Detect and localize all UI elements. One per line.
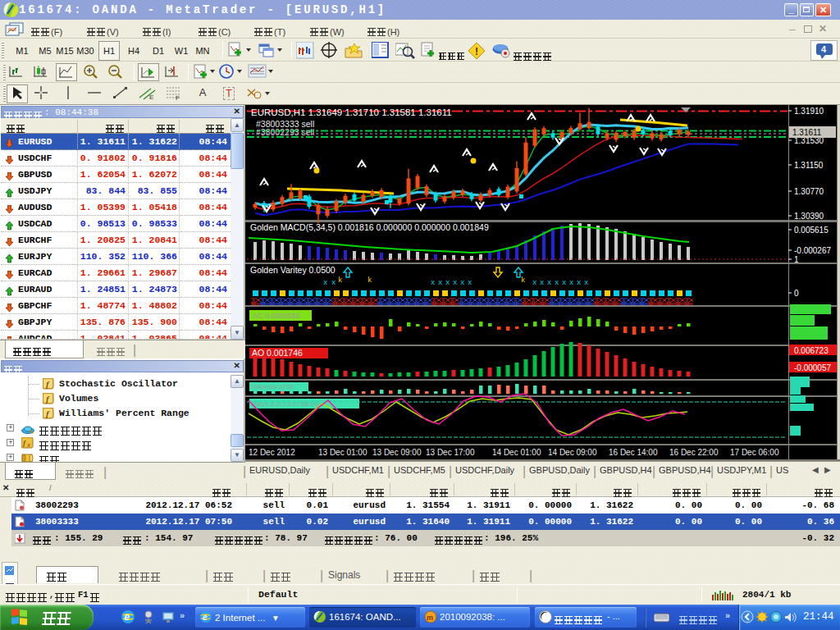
svg-text:x: x: [445, 279, 450, 287]
svg-text:0.006723: 0.006723: [794, 346, 829, 355]
svg-text:AO 0.001746: AO 0.001746: [252, 348, 303, 358]
svg-text:13 Dec 17:00: 13 Dec 17:00: [426, 448, 475, 457]
svg-text:-0.000057: -0.000057: [794, 363, 831, 372]
svg-text:1.31150: 1.31150: [794, 161, 824, 170]
svg-text:4: 4: [821, 44, 827, 54]
svg-text:k: k: [521, 276, 525, 285]
svg-text:E: E: [149, 94, 153, 101]
svg-text:x: x: [323, 279, 327, 287]
svg-text:x: x: [562, 279, 566, 287]
svg-text:x: x: [547, 279, 551, 287]
svg-text:x: x: [460, 279, 464, 287]
svg-text:Golden MACD(5,34,5) 0.001816 0: Golden MACD(5,34,5) 0.001816 0.000000 0.…: [250, 222, 489, 232]
svg-text:14 Dec 01:00: 14 Dec 01:00: [492, 448, 541, 457]
svg-text:x: x: [468, 279, 472, 287]
svg-text:x: x: [431, 279, 435, 287]
svg-text:x: x: [532, 279, 536, 287]
svg-text:#38002293 sell: #38002293 sell: [256, 127, 314, 137]
svg-text:m: m: [427, 614, 433, 622]
svg-text:!: !: [475, 46, 478, 57]
svg-text:EURUSD,H1 1.31649 1.31710 1.31: EURUSD,H1 1.31649 1.31710 1.31581 1.3161…: [251, 107, 452, 117]
svg-text:Sto(9,3,3) 73.97 66.09: Sto(9,3,3) 73.97 66.09: [253, 400, 318, 408]
svg-text:16 Dec 14:00: 16 Dec 14:00: [609, 448, 658, 457]
svg-text:1: 1: [794, 255, 799, 264]
svg-text:x: x: [453, 279, 457, 287]
svg-text:13 Dec 01:00: 13 Dec 01:00: [318, 448, 368, 457]
svg-text:e: e: [125, 611, 130, 623]
svg-text:1.30390: 1.30390: [794, 212, 824, 221]
svg-text:x: x: [577, 279, 581, 287]
svg-text:F: F: [176, 94, 180, 101]
svg-text:1.31910: 1.31910: [794, 107, 824, 116]
svg-text:17 Dec 06:00: 17 Dec 06:00: [730, 448, 779, 457]
svg-text:Volumes 3730: Volumes 3730: [252, 383, 294, 390]
svg-text:x: x: [438, 279, 442, 287]
svg-text:12 Dec 2012: 12 Dec 2012: [249, 448, 295, 457]
svg-text:x: x: [555, 279, 559, 287]
svg-text:x: x: [584, 279, 588, 287]
svg-text:0.005615: 0.005615: [794, 226, 829, 235]
svg-text:k: k: [368, 276, 372, 285]
svg-text:1.31611: 1.31611: [792, 128, 822, 137]
svg-text:Golden Varitey 0.0500: Golden Varitey 0.0500: [250, 265, 336, 275]
svg-text:x: x: [540, 279, 544, 287]
svg-text:e: e: [203, 613, 208, 622]
svg-text:14 Dec 09:00: 14 Dec 09:00: [548, 448, 597, 457]
svg-text:k: k: [338, 276, 342, 285]
svg-text:13 Dec 09:00: 13 Dec 09:00: [372, 448, 422, 457]
svg-text:1.30770: 1.30770: [794, 187, 824, 196]
svg-text:AC 0.0002656: AC 0.0002656: [253, 312, 300, 320]
svg-text:x: x: [569, 279, 573, 287]
svg-text:-0.000267: -0.000267: [794, 246, 831, 255]
svg-text:16 Dec 22:00: 16 Dec 22:00: [669, 448, 719, 457]
svg-text:0: 0: [794, 289, 799, 298]
svg-text:x: x: [331, 279, 336, 287]
